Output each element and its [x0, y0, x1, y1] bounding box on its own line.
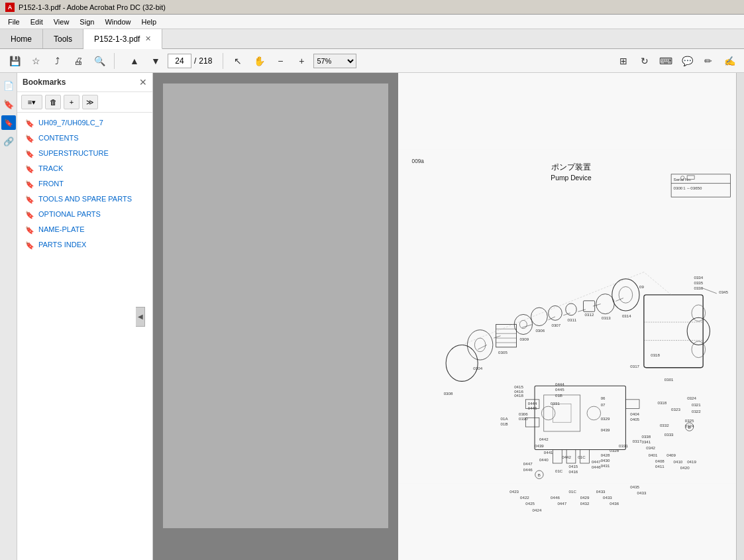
bookmark-label-parts-index: PARTS INDEX — [38, 240, 147, 249]
svg-text:0312: 0312 — [585, 312, 594, 317]
svg-text:0313: 0313 — [602, 315, 611, 320]
svg-text:0422: 0422 — [520, 495, 529, 500]
bookmark-item-track[interactable]: 🔖 TRACK — [17, 161, 152, 176]
tab-close-button[interactable]: ✕ — [145, 34, 151, 43]
bookmark-list: 🔖 UH09_7/UH09LC_7 🔖 CONTENTS 🔖 SUPERSTRU… — [17, 113, 152, 560]
svg-text:0323: 0323 — [671, 407, 680, 412]
zoom-in-button[interactable]: + — [292, 52, 311, 70]
title-bar: A P152-1-3.pdf - Adobe Acrobat Pro DC (3… — [0, 0, 744, 15]
svg-text:0415: 0415 — [514, 384, 523, 389]
bookmark-label-optional: OPTIONAL PARTS — [38, 209, 147, 219]
tab-tools[interactable]: Tools — [43, 29, 83, 48]
bookmark-item-nameplate[interactable]: 🔖 NAME-PLATE — [17, 222, 152, 237]
title-bar-text: P152-1-3.pdf - Adobe Acrobat Pro DC (32-… — [19, 3, 166, 11]
toolbar-right-group: ⊞ ↻ ⌨ 💬 ✏ ✍ — [614, 52, 739, 70]
sign-button[interactable]: ✍ — [720, 52, 739, 70]
svg-text:0439: 0439 — [535, 443, 544, 448]
svg-text:0333: 0333 — [664, 432, 674, 437]
bookmark-options-btn[interactable]: ≫ — [82, 95, 98, 109]
menu-help[interactable]: Help — [136, 17, 162, 27]
svg-text:01C: 01C — [555, 469, 563, 473]
svg-text:0439: 0439 — [601, 427, 610, 432]
main-area: 📄 🔖 🔖 🔗 Bookmarks ✕ ≡▾ 🗑 + ≫ 🔖 UH09_7/UH… — [0, 73, 744, 560]
hand-tool-button[interactable]: ✋ — [250, 52, 268, 70]
svg-text:0322: 0322 — [692, 409, 701, 414]
svg-text:0423: 0423 — [509, 489, 519, 494]
page-separator: / — [194, 56, 196, 66]
svg-text:0441: 0441 — [544, 450, 553, 455]
diagram-title-en: Pump Device — [551, 174, 592, 182]
zoom-out-button[interactable]: − — [271, 52, 290, 70]
vertical-scrollbar[interactable] — [736, 73, 744, 560]
page-down-button[interactable]: ▼ — [146, 52, 165, 70]
pen-button[interactable]: ✏ — [699, 52, 717, 70]
svg-text:0410: 0410 — [674, 459, 683, 464]
svg-text:0336: 0336 — [694, 286, 703, 290]
tab-home[interactable]: Home — [0, 29, 43, 48]
page-up-button[interactable]: ▲ — [125, 52, 144, 70]
bookmark-label-nameplate: NAME-PLATE — [38, 225, 147, 234]
bookmark-item-front[interactable]: 🔖 FRONT — [17, 176, 152, 192]
svg-text:0405: 0405 — [630, 417, 639, 421]
fit-page-button[interactable]: ⊞ — [614, 52, 633, 70]
svg-text:0317: 0317 — [630, 364, 639, 368]
rail-icon-page[interactable]: 📄 — [1, 78, 16, 93]
page-navigation: ▲ ▼ / 218 — [125, 52, 212, 70]
pdf-page-area — [153, 73, 398, 560]
tab-pdf[interactable]: P152-1-3.pdf ✕ — [83, 29, 162, 49]
search-button[interactable]: 🔍 — [90, 52, 109, 70]
menu-edit[interactable]: Edit — [25, 17, 48, 27]
svg-text:B: B — [538, 473, 541, 477]
svg-text:0329: 0329 — [601, 416, 610, 421]
tab-bar: Home Tools P152-1-3.pdf ✕ — [0, 29, 744, 49]
rail-icon-bookmarks-active[interactable]: 🔖 — [1, 115, 16, 130]
bookmark-icon-track: 🔖 — [25, 164, 34, 174]
svg-text:0304: 0304 — [473, 366, 482, 370]
svg-text:0318: 0318 — [651, 353, 660, 357]
svg-text:0445: 0445 — [528, 406, 537, 410]
bookmark-item-optional[interactable]: 🔖 OPTIONAL PARTS — [17, 207, 152, 222]
menu-window[interactable]: Window — [99, 17, 136, 27]
bookmark-expand-btn[interactable]: ≡▾ — [21, 95, 42, 109]
sidebar-collapse-handle[interactable]: ◀ — [136, 307, 145, 327]
bookmark-item-tools[interactable]: 🔖 TOOLS AND SPARE PARTS — [17, 192, 152, 207]
content-wrapper: 009a ポンプ装置 Pump Device Serial No. 0300１～… — [153, 73, 744, 560]
bookmark-item-contents[interactable]: 🔖 CONTENTS — [17, 131, 152, 146]
svg-text:0314: 0314 — [622, 313, 631, 318]
svg-text:B: B — [688, 425, 691, 429]
svg-text:0447: 0447 — [523, 461, 533, 466]
menu-file[interactable]: File — [3, 17, 25, 27]
zoom-select[interactable]: 57% 75% 100% 125% 150% — [313, 54, 356, 68]
svg-text:0305: 0305 — [498, 350, 507, 355]
svg-text:0317: 0317 — [633, 439, 642, 443]
comment-button[interactable]: 💬 — [678, 52, 696, 70]
bookmark-star-button[interactable]: ☆ — [27, 52, 45, 70]
bookmarks-title: Bookmarks — [23, 78, 66, 87]
bookmark-icon-uh09: 🔖 — [25, 119, 34, 128]
bookmark-item-uh09[interactable]: 🔖 UH09_7/UH09LC_7 — [17, 115, 152, 131]
bookmarks-toolbar: ≡▾ 🗑 + ≫ — [17, 92, 152, 113]
bookmark-item-superstructure[interactable]: 🔖 SUPERSTRUCTURE — [17, 146, 152, 161]
svg-text:01C: 01C — [578, 455, 586, 459]
bookmark-label-contents: CONTENTS — [38, 133, 147, 142]
print-button[interactable]: 🖨 — [69, 52, 87, 70]
svg-text:0309: 0309 — [519, 337, 529, 341]
rotate-button[interactable]: ↻ — [635, 52, 654, 70]
bookmarks-close-button[interactable]: ✕ — [139, 77, 147, 87]
menu-sign[interactable]: Sign — [74, 17, 99, 27]
svg-text:0447: 0447 — [557, 501, 566, 506]
svg-text:0446: 0446 — [551, 495, 560, 500]
svg-text:0433: 0433 — [637, 490, 647, 495]
rail-icon-bookmark[interactable]: 🔖 — [1, 97, 16, 111]
save-button[interactable]: 💾 — [5, 52, 24, 70]
page-number-input[interactable] — [168, 54, 191, 68]
bookmark-item-parts-index[interactable]: 🔖 PARTS INDEX — [17, 237, 152, 252]
rail-icon-link[interactable]: 🔗 — [1, 134, 16, 148]
keyboard-button[interactable]: ⌨ — [657, 52, 675, 70]
bookmark-delete-btn[interactable]: 🗑 — [45, 95, 61, 109]
svg-text:01C: 01C — [569, 489, 577, 494]
menu-view[interactable]: View — [48, 17, 75, 27]
share-button[interactable]: ⤴ — [48, 52, 66, 70]
cursor-tool-button[interactable]: ↖ — [229, 52, 247, 70]
bookmark-new-btn[interactable]: + — [64, 95, 80, 109]
